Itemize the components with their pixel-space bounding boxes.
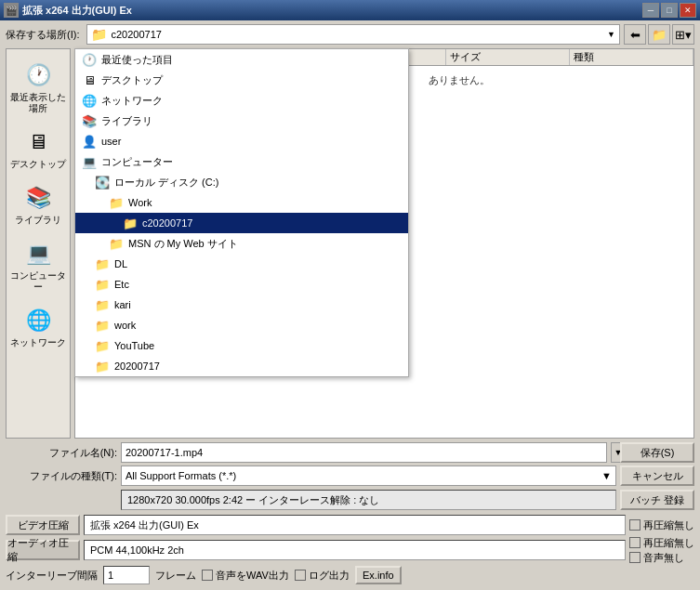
dropdown-computer-label: コンピューター bbox=[101, 155, 173, 169]
dropdown-c20200717-label: c20200717 bbox=[142, 217, 192, 229]
dropdown-desktop-icon: 🖥 bbox=[81, 72, 98, 88]
sidebar-item-network[interactable]: 🌐 ネットワーク bbox=[8, 300, 68, 352]
video-compress-button[interactable]: ビデオ圧縮 bbox=[6, 515, 80, 535]
title-bar: 🎬 拡張 x264 出力(GUI) Ex ─ □ ✕ bbox=[0, 0, 700, 20]
dropdown-20200717-icon: 📁 bbox=[94, 358, 111, 374]
sidebar-item-desktop[interactable]: 🖥 デスクトップ bbox=[8, 122, 68, 174]
form-area: ファイル名(N): 20200717-1.mp4 ▼ 保存(S) ファイルの種類… bbox=[6, 442, 694, 586]
no-recompress-video-check[interactable] bbox=[629, 519, 641, 531]
interleave-input[interactable]: 1 bbox=[103, 566, 150, 584]
new-folder-button[interactable]: 📁 bbox=[648, 24, 670, 45]
filename-dropdown-arrow: ▼ bbox=[611, 442, 616, 463]
location-label: 保存する場所(I): bbox=[6, 28, 79, 42]
no-recompress-video-checkbox[interactable]: 再圧縮無し bbox=[629, 518, 694, 532]
minimize-button[interactable]: ─ bbox=[642, 3, 659, 18]
close-button[interactable]: ✕ bbox=[680, 3, 696, 18]
batch-register-button[interactable]: バッチ 登録 bbox=[620, 490, 694, 510]
dropdown-item-c20200717[interactable]: 📁 c20200717 bbox=[75, 213, 408, 233]
dropdown-localdisk-label: ローカル ディスク (C:) bbox=[114, 176, 218, 190]
no-recompress-audio-check[interactable] bbox=[629, 537, 641, 548]
dropdown-user-label: user bbox=[101, 136, 121, 147]
log-output-checkbox[interactable]: ログ出力 bbox=[295, 569, 350, 583]
no-recompress-audio-checkbox[interactable]: 再圧縮無し bbox=[629, 536, 694, 550]
dropdown-item-library[interactable]: 📚 ライブラリ bbox=[75, 111, 408, 131]
sidebar: 🕐 最近表示した場所 🖥 デスクトップ 📚 ライブラリ 💻 コンピューター 🌐 … bbox=[6, 48, 71, 439]
dropdown-youtube-label: YouTube bbox=[114, 340, 154, 351]
dropdown-item-dl[interactable]: 📁 DL bbox=[75, 254, 408, 274]
dropdown-item-20200717[interactable]: 📁 20200717 bbox=[75, 356, 408, 376]
dropdown-item-etc[interactable]: 📁 Etc bbox=[75, 274, 408, 295]
location-folder-icon: 📁 bbox=[91, 27, 107, 42]
filetype-select[interactable]: All Support Formats (*.*) ▼ bbox=[121, 465, 616, 486]
dropdown-msn-icon: 📁 bbox=[108, 235, 125, 252]
dropdown-network-icon: 🌐 bbox=[81, 92, 98, 109]
view-button[interactable]: ⊞▾ bbox=[672, 24, 694, 45]
no-recompress-audio-label: 再圧縮無し bbox=[643, 536, 694, 550]
library-icon: 📚 bbox=[20, 181, 57, 215]
dropdown-network-label: ネットワーク bbox=[101, 94, 163, 108]
network-icon: 🌐 bbox=[20, 304, 57, 337]
bottom-row: インターリーブ間隔 1 フレーム 音声をWAV出力 ログ出力 Ex.info bbox=[6, 564, 694, 586]
dropdown-item-work2[interactable]: 📁 work bbox=[75, 315, 408, 335]
video-codec-value: 拡張 x264 出力(GUI) Ex bbox=[84, 515, 626, 535]
save-button[interactable]: 保存(S) bbox=[620, 442, 694, 463]
dropdown-item-desktop[interactable]: 🖥 デスクトップ bbox=[75, 70, 408, 90]
filename-row: ファイル名(N): 20200717-1.mp4 ▼ 保存(S) bbox=[6, 442, 694, 463]
video-codec-row: ビデオ圧縮 拡張 x264 出力(GUI) Ex 再圧縮無し bbox=[6, 514, 694, 536]
dropdown-dl-label: DL bbox=[114, 258, 127, 269]
dropdown-user-icon: 👤 bbox=[81, 133, 98, 150]
title-bar-buttons: ─ □ ✕ bbox=[642, 3, 696, 18]
dropdown-item-recent[interactable]: 🕐 最近使った項目 bbox=[75, 49, 408, 70]
video-checkboxes: 再圧縮無し bbox=[629, 518, 694, 532]
sidebar-label-recent: 最近表示した場所 bbox=[10, 92, 66, 114]
audio-wav-check[interactable] bbox=[202, 570, 213, 581]
sidebar-label-network: ネットワーク bbox=[10, 337, 66, 348]
col-size: サイズ bbox=[446, 49, 570, 65]
filetype-row: ファイルの種類(T): All Support Formats (*.*) ▼ … bbox=[6, 465, 694, 486]
dropdown-work-icon: 📁 bbox=[108, 194, 125, 211]
back-button[interactable]: ⬅ bbox=[624, 24, 646, 45]
dropdown-item-youtube[interactable]: 📁 YouTube bbox=[75, 335, 408, 356]
no-recompress-video-label: 再圧縮無し bbox=[643, 518, 694, 532]
audio-wav-checkbox[interactable]: 音声をWAV出力 bbox=[202, 569, 289, 583]
ex-info-button[interactable]: Ex.info bbox=[355, 566, 402, 584]
audio-wav-label: 音声をWAV出力 bbox=[216, 569, 289, 583]
location-select[interactable]: 📁 c20200717 ▼ bbox=[86, 24, 620, 45]
title-text: 拡張 x264 出力(GUI) Ex bbox=[22, 4, 642, 18]
log-output-check[interactable] bbox=[295, 570, 306, 581]
no-audio-checkbox[interactable]: 音声無し bbox=[629, 551, 694, 565]
dropdown-dl-icon: 📁 bbox=[94, 256, 111, 272]
sidebar-item-computer[interactable]: 💻 コンピューター bbox=[8, 233, 68, 296]
dropdown-library-icon: 📚 bbox=[81, 112, 98, 129]
location-dropdown[interactable]: 🕐 最近使った項目 🖥 デスクトップ 🌐 ネットワーク 📚 ライブラリ 👤 bbox=[74, 48, 409, 377]
cancel-button[interactable]: キャンセル bbox=[620, 465, 694, 486]
title-icon: 🎬 bbox=[4, 3, 19, 18]
maximize-button[interactable]: □ bbox=[661, 3, 678, 18]
dropdown-library-label: ライブラリ bbox=[101, 114, 152, 128]
no-audio-label: 音声無し bbox=[643, 551, 684, 565]
no-audio-check[interactable] bbox=[629, 552, 641, 563]
interleave-label: インターリーブ間隔 bbox=[6, 569, 98, 583]
dropdown-item-user[interactable]: 👤 user bbox=[75, 131, 408, 151]
dropdown-item-msn[interactable]: 📁 MSN の My Web サイト bbox=[75, 233, 408, 254]
dropdown-item-work[interactable]: 📁 Work bbox=[75, 192, 408, 213]
sidebar-item-recent[interactable]: 🕐 最近表示した場所 bbox=[8, 55, 68, 118]
dropdown-c20200717-icon: 📁 bbox=[122, 215, 139, 231]
dropdown-localdisk-icon: 💽 bbox=[94, 174, 111, 190]
filename-input[interactable]: 20200717-1.mp4 bbox=[121, 442, 607, 463]
recent-icon: 🕐 bbox=[20, 59, 57, 92]
sidebar-item-library[interactable]: 📚 ライブラリ bbox=[8, 177, 68, 229]
dropdown-item-computer[interactable]: 💻 コンピューター bbox=[75, 151, 408, 172]
dropdown-recent-icon: 🕐 bbox=[81, 51, 98, 68]
dropdown-item-network[interactable]: 🌐 ネットワーク bbox=[75, 90, 408, 111]
dropdown-item-kari[interactable]: 📁 kari bbox=[75, 295, 408, 315]
log-output-label: ログ出力 bbox=[309, 569, 350, 583]
filename-label: ファイル名(N): bbox=[6, 446, 117, 460]
desktop-icon: 🖥 bbox=[20, 125, 57, 159]
dropdown-desktop-label: デスクトップ bbox=[101, 73, 163, 87]
audio-compress-button[interactable]: オーディオ圧縮 bbox=[6, 540, 80, 560]
dropdown-item-local-disk[interactable]: 💽 ローカル ディスク (C:) bbox=[75, 172, 408, 192]
filetype-arrow: ▼ bbox=[601, 470, 612, 481]
dropdown-msn-label: MSN の My Web サイト bbox=[128, 237, 238, 251]
filetype-label: ファイルの種類(T): bbox=[6, 469, 117, 483]
